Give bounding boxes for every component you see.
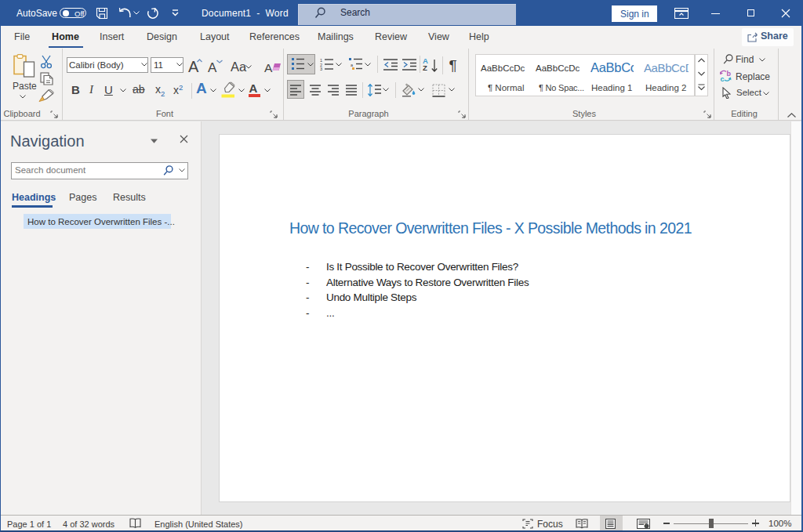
svg-text:a: a bbox=[351, 63, 354, 67]
svg-text:i: i bbox=[645, 523, 646, 528]
svg-text:c: c bbox=[721, 75, 725, 82]
svg-text:3: 3 bbox=[320, 67, 322, 71]
svg-text:b: b bbox=[727, 70, 732, 78]
